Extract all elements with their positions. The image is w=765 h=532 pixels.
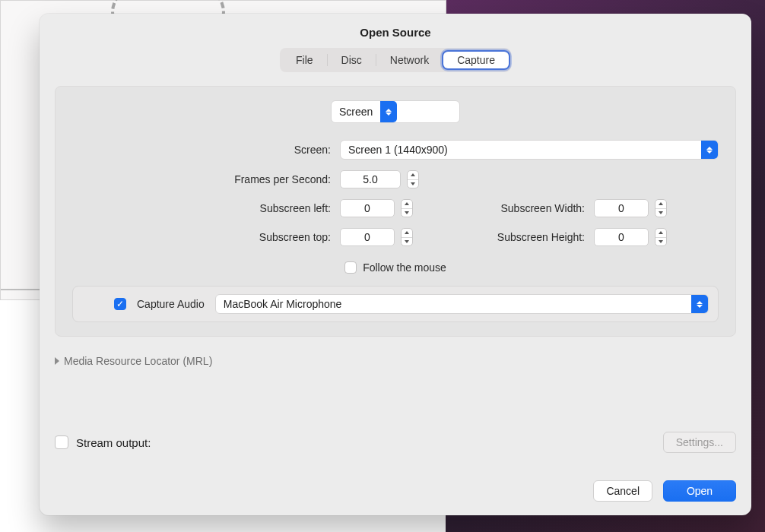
open-source-dialog: Open Source File Disc Network Capture Sc… <box>40 14 751 515</box>
chevron-up-icon <box>411 173 415 176</box>
updown-icon <box>380 101 397 122</box>
cancel-button[interactable]: Cancel <box>593 480 652 502</box>
screen-select[interactable]: Screen 1 (1440x900) <box>340 140 719 160</box>
chevron-down-icon <box>405 240 409 243</box>
screen-label: Screen: <box>72 144 331 156</box>
updown-icon <box>701 141 718 159</box>
chevron-up-icon <box>405 231 409 234</box>
updown-icon <box>691 295 708 313</box>
open-button[interactable]: Open <box>663 480 736 502</box>
subscreen-height-input[interactable]: 0 <box>594 228 649 246</box>
chevron-down-icon <box>659 240 663 243</box>
dialog-title: Open Source <box>55 26 736 39</box>
capture-audio-section: ✓ Capture Audio MacBook Air Microphone <box>72 286 719 322</box>
subscreen-height-stepper[interactable] <box>655 228 667 246</box>
source-tabs: File Disc Network Capture <box>280 48 511 72</box>
fps-stepper[interactable] <box>407 170 419 188</box>
fps-input[interactable]: 5.0 <box>340 170 401 188</box>
tab-file[interactable]: File <box>282 52 327 68</box>
subscreen-top-label: Subscreen top: <box>72 231 331 243</box>
chevron-down-icon <box>659 211 663 214</box>
check-icon: ✓ <box>116 299 124 309</box>
stream-output-label: Stream output: <box>76 436 151 449</box>
capture-mode-value: Screen <box>332 106 380 118</box>
chevron-up-icon <box>659 231 663 234</box>
subscreen-top-input[interactable]: 0 <box>340 228 395 246</box>
subscreen-width-label: Subscreen Width: <box>448 202 585 214</box>
subscreen-left-input[interactable]: 0 <box>340 199 395 217</box>
chevron-up-icon <box>659 202 663 205</box>
audio-device-value: MacBook Air Microphone <box>216 298 691 310</box>
subscreen-width-stepper[interactable] <box>655 199 667 217</box>
settings-button[interactable]: Settings... <box>663 432 736 453</box>
tab-network[interactable]: Network <box>376 52 443 68</box>
capture-audio-label: Capture Audio <box>137 298 205 310</box>
chevron-up-icon <box>405 202 409 205</box>
subscreen-width-input[interactable]: 0 <box>594 199 649 217</box>
mrl-label: Media Resource Locator (MRL) <box>64 355 212 367</box>
subscreen-height-label: Subscreen Height: <box>448 231 585 243</box>
subscreen-left-label: Subscreen left: <box>72 202 331 214</box>
subscreen-left-stepper[interactable] <box>401 199 413 217</box>
follow-mouse-checkbox[interactable] <box>344 261 357 274</box>
capture-mode-select[interactable]: Screen <box>331 100 460 123</box>
chevron-down-icon <box>405 211 409 214</box>
stream-output-checkbox[interactable] <box>55 435 68 449</box>
follow-mouse-label: Follow the mouse <box>363 261 446 274</box>
mrl-disclosure[interactable]: Media Resource Locator (MRL) <box>55 355 736 367</box>
chevron-down-icon <box>411 182 415 185</box>
tab-disc[interactable]: Disc <box>328 52 376 68</box>
fps-label: Frames per Second: <box>72 173 331 185</box>
tab-capture[interactable]: Capture <box>443 52 509 68</box>
audio-device-select[interactable]: MacBook Air Microphone <box>215 294 709 314</box>
disclosure-triangle-icon <box>55 357 59 365</box>
subscreen-top-stepper[interactable] <box>401 228 413 246</box>
capture-settings-card: Screen Screen: Screen 1 (1440x900) Frame… <box>55 86 736 337</box>
screen-value: Screen 1 (1440x900) <box>341 144 701 156</box>
capture-audio-checkbox[interactable]: ✓ <box>114 298 126 310</box>
